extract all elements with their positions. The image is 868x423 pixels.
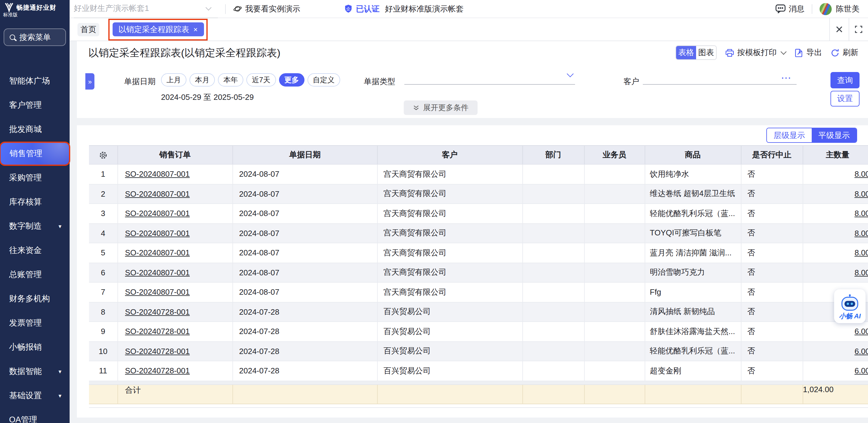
order-link[interactable]: SO-20240807-001 bbox=[125, 249, 190, 258]
order-link[interactable]: SO-20240728-001 bbox=[125, 327, 190, 336]
query-button[interactable]: 查询 bbox=[831, 72, 860, 88]
column-header-客户[interactable]: 客户 bbox=[377, 145, 523, 165]
settings-button[interactable]: 设置 bbox=[831, 91, 860, 106]
sidebar-item-数字制造[interactable]: 数字制造▼ bbox=[0, 214, 70, 238]
qty-link[interactable]: 8.00 bbox=[855, 209, 868, 218]
fullscreen-button[interactable] bbox=[849, 18, 868, 40]
order-link[interactable]: SO-20240807-001 bbox=[125, 170, 190, 179]
view-table-button[interactable]: 表格 bbox=[676, 46, 696, 59]
sidebar-item-OA管理[interactable]: OA管理 bbox=[0, 408, 70, 423]
qty-link[interactable]: 6.00 bbox=[855, 366, 868, 376]
sidebar-item-发票管理[interactable]: 发票管理 bbox=[0, 311, 70, 335]
sidebar-nav: 搜索菜单 智能体广场客户管理批发商城销售管理采购管理库存核算数字制造▼往来资金总… bbox=[0, 18, 70, 423]
tab-home[interactable]: 首页 bbox=[78, 23, 99, 36]
sidebar-item-库存核算[interactable]: 库存核算 bbox=[0, 190, 70, 214]
horizontal-scrollbar[interactable] bbox=[89, 381, 868, 385]
sidebar-item-批发商城[interactable]: 批发商城 bbox=[0, 118, 70, 141]
order-link[interactable]: SO-20240807-001 bbox=[125, 268, 190, 277]
sidebar-item-销售管理[interactable]: 销售管理 bbox=[1, 143, 69, 165]
cell-salesperson bbox=[584, 283, 645, 302]
sidebar-item-采购管理[interactable]: 采购管理 bbox=[0, 166, 70, 190]
column-header-业务员[interactable]: 业务员 bbox=[584, 145, 645, 165]
column-header-单据日期[interactable]: 单据日期 bbox=[233, 145, 377, 165]
demo-link[interactable]: 我要看实例演示 bbox=[233, 3, 300, 14]
qty-link[interactable]: 6.00 bbox=[855, 327, 868, 336]
column-header-部门[interactable]: 部门 bbox=[523, 145, 584, 165]
sidebar-item-基础设置[interactable]: 基础设置▼ bbox=[0, 384, 70, 408]
qty-link[interactable]: 8.00 bbox=[855, 268, 868, 277]
page-title: 以销定采全程跟踪表(以销定采全程跟踪表) bbox=[88, 46, 281, 60]
collapse-filters-button[interactable]: » bbox=[85, 73, 94, 90]
user-name: 陈世美 bbox=[836, 3, 860, 14]
flat-display-button[interactable]: 平级显示 bbox=[812, 128, 857, 142]
qty-link[interactable]: 8.00 bbox=[855, 170, 868, 179]
refresh-button[interactable]: 刷新 bbox=[831, 47, 858, 58]
cell-product: 维达卷纸 超韧4层卫生纸 bbox=[645, 184, 741, 204]
qty-link[interactable]: 8.00 bbox=[855, 249, 868, 258]
view-chart-button[interactable]: 图表 bbox=[696, 46, 716, 59]
svg-text:企: 企 bbox=[346, 6, 350, 11]
column-header-商品[interactable]: 商品 bbox=[645, 145, 741, 165]
printer-icon bbox=[725, 48, 734, 57]
sidebar-item-label: 小畅报销 bbox=[9, 342, 42, 353]
cell-date: 2024-08-07 bbox=[233, 243, 377, 263]
customer-select[interactable]: ... bbox=[643, 70, 797, 85]
ellipsis-picker-icon[interactable]: ... bbox=[781, 71, 792, 80]
column-header-是否行中止[interactable]: 是否行中止 bbox=[741, 145, 803, 165]
expand-more-conditions-button[interactable]: 展开更多条件 bbox=[404, 100, 477, 115]
sidebar-search-input[interactable]: 搜索菜单 bbox=[4, 28, 66, 46]
close-all-tabs-button[interactable] bbox=[829, 18, 849, 40]
qty-link[interactable]: 8.00 bbox=[855, 189, 868, 198]
date-preset-近7天[interactable]: 近7天 bbox=[246, 73, 276, 87]
export-button[interactable]: 导出 bbox=[794, 47, 822, 58]
cell-qty: 6.00 bbox=[803, 361, 868, 381]
account-book-selector[interactable]: 好业财生产演示帐套1 bbox=[74, 0, 218, 18]
sidebar-item-总账管理[interactable]: 总账管理 bbox=[0, 263, 70, 287]
order-link[interactable]: SO-20240728-001 bbox=[125, 307, 190, 317]
close-tab-icon[interactable]: × bbox=[193, 25, 198, 34]
date-preset-上月[interactable]: 上月 bbox=[161, 73, 186, 87]
order-link[interactable]: SO-20240807-001 bbox=[125, 288, 190, 297]
order-link[interactable]: SO-20240807-001 bbox=[125, 229, 190, 238]
cell-no: 11 bbox=[89, 361, 118, 381]
cell-customer: 百兴贸易公司 bbox=[377, 302, 523, 322]
hierarchy-display-button[interactable]: 层级显示 bbox=[767, 128, 812, 142]
sidebar-item-往来资金[interactable]: 往来资金 bbox=[0, 238, 70, 263]
order-link[interactable]: SO-20240728-001 bbox=[125, 347, 190, 356]
tab-active[interactable]: 以销定采全程跟踪表 × bbox=[112, 22, 204, 36]
sidebar-item-数据智能[interactable]: 数据智能▼ bbox=[0, 359, 70, 384]
order-link[interactable]: SO-20240728-001 bbox=[125, 366, 190, 376]
table-row: 7SO-20240807-0012024-08-07宫天商贸有限公司Ffg否 bbox=[89, 283, 868, 302]
order-link[interactable]: SO-20240807-001 bbox=[125, 189, 190, 198]
report-header-card: 以销定采全程跟踪表(以销定采全程跟踪表) 表格 图表 bbox=[77, 41, 868, 118]
order-link[interactable]: SO-20240807-001 bbox=[125, 209, 190, 218]
qty-link[interactable]: 8.00 bbox=[855, 229, 868, 238]
date-range-value[interactable]: 2024-05-29 至 2025-05-29 bbox=[161, 92, 254, 103]
column-header-主数量[interactable]: 主数量 bbox=[803, 145, 868, 165]
date-preset-本年[interactable]: 本年 bbox=[218, 73, 243, 87]
sidebar-item-label: 库存核算 bbox=[9, 197, 42, 207]
column-header-销售订单[interactable]: 销售订单 bbox=[118, 145, 233, 165]
date-preset-本月[interactable]: 本月 bbox=[189, 73, 215, 87]
messages-button[interactable]: 消息 bbox=[775, 3, 804, 14]
print-by-template-button[interactable]: 按模板打印 bbox=[725, 47, 786, 58]
sidebar-item-客户管理[interactable]: 客户管理 bbox=[0, 93, 70, 118]
qty-link[interactable]: 6.00 bbox=[855, 347, 868, 356]
cell-salesperson bbox=[584, 361, 645, 381]
date-preset-自定义[interactable]: 自定义 bbox=[307, 73, 340, 87]
user-avatar[interactable] bbox=[819, 3, 832, 15]
divider bbox=[89, 407, 868, 408]
certified-badge[interactable]: 企 已认证 bbox=[344, 3, 379, 14]
sidebar-item-财务多机构[interactable]: 财务多机构 bbox=[0, 287, 70, 311]
cell-order: SO-20240728-001 bbox=[118, 302, 233, 322]
display-mode-toggle: 层级显示 平级显示 bbox=[766, 128, 857, 143]
column-settings-button[interactable] bbox=[89, 145, 118, 165]
cell-salesperson bbox=[584, 243, 645, 263]
date-preset-更多[interactable]: 更多 bbox=[279, 73, 304, 87]
ai-assistant-button[interactable]: 小畅 AI bbox=[834, 289, 866, 323]
doc-type-select[interactable] bbox=[404, 70, 575, 85]
cell-dept bbox=[523, 322, 584, 341]
cell-order: SO-20240807-001 bbox=[118, 263, 233, 283]
sidebar-item-智能体广场[interactable]: 智能体广场 bbox=[0, 69, 70, 93]
sidebar-item-小畅报销[interactable]: 小畅报销 bbox=[0, 335, 70, 359]
